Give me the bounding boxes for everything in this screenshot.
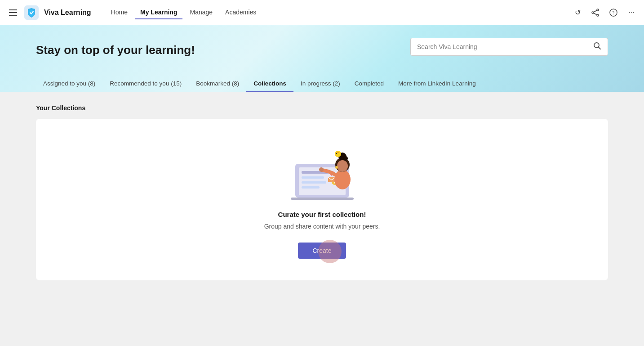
svg-text:?: ? [613,10,615,15]
more-icon[interactable]: ··· [626,7,637,18]
section-title: Your Collections [36,104,608,112]
svg-point-1 [597,9,599,11]
svg-point-29 [336,153,337,154]
hero-banner: Stay on top of your learning! Assigned t… [0,25,644,92]
collections-empty-title: Curate your first collection! [278,211,366,218]
collections-illustration: ★ [282,137,363,200]
search-bar[interactable] [410,38,608,56]
tab-linkedin[interactable]: More from LinkedIn Learning [391,76,483,92]
create-collection-button[interactable]: Create [298,243,346,259]
svg-line-9 [599,47,601,49]
tab-assigned[interactable]: Assigned to you (8) [36,76,102,92]
svg-line-4 [594,13,597,15]
collections-empty-desc: Group and share content with your peers. [264,223,380,230]
hamburger-menu[interactable] [7,8,19,18]
svg-point-23 [343,156,348,161]
svg-rect-15 [302,186,320,189]
share-icon[interactable] [590,7,601,18]
main-content: Your Collections ★ [0,92,644,317]
svg-point-25 [335,166,338,169]
topbar-left: Viva Learning Home My Learning Manage Ac… [7,5,572,20]
nav-academies[interactable]: Academies [220,6,262,19]
tab-bar: Assigned to you (8) Recommended to you (… [36,72,608,92]
svg-point-24 [337,160,348,172]
help-icon[interactable]: ? [608,7,619,18]
tab-recommended[interactable]: Recommended to you (15) [102,76,189,92]
svg-point-26 [319,167,324,172]
refresh-icon[interactable]: ↺ [572,7,583,18]
svg-point-3 [592,12,594,13]
search-icon [593,42,601,52]
tab-completed[interactable]: Completed [347,76,391,92]
search-input[interactable] [417,43,593,50]
nav-manage[interactable]: Manage [184,6,218,19]
tab-collections[interactable]: Collections [246,76,293,92]
svg-point-2 [597,14,599,16]
svg-line-5 [594,10,597,12]
svg-point-20 [334,170,351,189]
app-name: Viva Learning [44,9,91,17]
topbar: Viva Learning Home My Learning Manage Ac… [0,0,644,25]
tab-bookmarked[interactable]: Bookmarked (8) [189,76,246,92]
svg-rect-14 [302,181,326,184]
app-logo-icon [24,5,39,20]
svg-rect-13 [302,176,324,179]
main-nav: Home My Learning Manage Academies [106,6,262,19]
create-btn-container: Create [298,243,346,259]
tab-in-progress[interactable]: In progress (2) [293,76,347,92]
svg-rect-19 [291,198,354,200]
topbar-right: ↺ ? ··· [572,7,637,18]
collections-empty-card: ★ [36,119,608,280]
nav-home[interactable]: Home [106,6,133,19]
nav-my-learning[interactable]: My Learning [135,6,182,19]
